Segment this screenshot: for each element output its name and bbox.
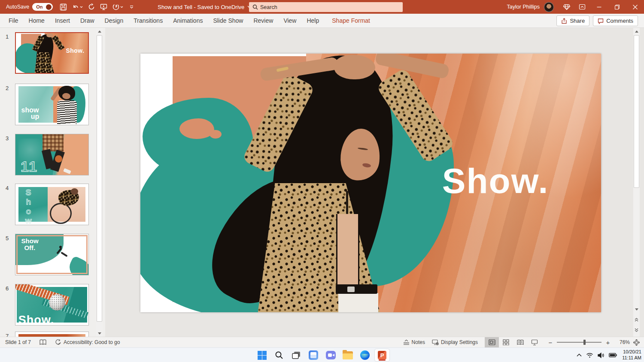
- slide-thumbnail-1[interactable]: Show.: [15, 32, 89, 74]
- slide-thumbnail-4[interactable]: Show: [15, 184, 89, 225]
- slide-thumbnail-panel: 1 Show. 2: [0, 28, 105, 337]
- ribbon-tabs: File Home Insert Draw Design Transitions…: [3, 14, 375, 27]
- display-settings-button[interactable]: Display Settings: [432, 339, 478, 345]
- figure-pants: [338, 293, 378, 312]
- slide-thumbnail-5[interactable]: Show Off.: [15, 234, 89, 275]
- thumb2-caption-up: up: [31, 113, 39, 121]
- tab-draw[interactable]: Draw: [75, 14, 100, 27]
- zoom-level[interactable]: 76%: [615, 339, 630, 345]
- customize-qat-button[interactable]: [125, 0, 138, 14]
- zoom-out-button[interactable]: −: [547, 339, 553, 346]
- slide-title-text[interactable]: Show.: [442, 161, 549, 201]
- next-slide-button[interactable]: [633, 326, 640, 333]
- avatar[interactable]: [544, 2, 554, 12]
- windows-taskbar: P 10/20/21 11:11 AM: [0, 347, 644, 362]
- zoom-in-button[interactable]: +: [605, 339, 611, 346]
- zoom-slider[interactable]: [557, 340, 601, 345]
- comment-icon: [598, 18, 604, 24]
- document-title[interactable]: Show and Tell - Saved to OneDrive: [158, 4, 251, 10]
- touch-mode-icon: [112, 3, 119, 10]
- task-view-button[interactable]: [288, 348, 305, 362]
- file-explorer-button[interactable]: [339, 348, 356, 362]
- thumbnail-scrollbar[interactable]: [96, 28, 103, 337]
- accessibility-checker-button[interactable]: Accessibility: Good to go: [55, 339, 120, 345]
- taskbar-search-button[interactable]: [270, 348, 288, 362]
- minimize-button[interactable]: [590, 0, 608, 14]
- tab-design[interactable]: Design: [100, 14, 129, 27]
- tab-review[interactable]: Review: [248, 14, 278, 27]
- slide-number: 4: [6, 185, 9, 191]
- undo-button[interactable]: [70, 0, 85, 14]
- search-input[interactable]: [260, 4, 389, 10]
- ribbon-display-options-button[interactable]: [574, 0, 590, 14]
- battery-button[interactable]: [609, 353, 617, 357]
- slide-thumbnail-7[interactable]: [15, 332, 89, 337]
- normal-view-button[interactable]: [485, 337, 499, 348]
- slide-thumbnail-2[interactable]: show up: [15, 84, 89, 125]
- scroll-down-arrow-icon[interactable]: [633, 306, 640, 313]
- previous-slide-button[interactable]: [633, 316, 640, 323]
- share-button[interactable]: Share: [556, 15, 589, 26]
- notes-button[interactable]: Notes: [403, 339, 425, 345]
- tab-home[interactable]: Home: [24, 14, 50, 27]
- tab-transitions[interactable]: Transitions: [128, 14, 168, 27]
- chat-button[interactable]: [322, 348, 339, 362]
- editing-canvas[interactable]: Show.: [105, 28, 644, 337]
- taskbar-clock[interactable]: 10/20/21 11:11 AM: [622, 349, 641, 361]
- user-name[interactable]: Taylor Phillips: [507, 4, 540, 10]
- scroll-down-arrow-icon[interactable]: [96, 330, 103, 337]
- system-tray: 10/20/21 11:11 AM: [577, 348, 641, 362]
- slide-thumbnail-3[interactable]: 11: [15, 134, 89, 175]
- tray-chevron-up-button[interactable]: [577, 353, 582, 357]
- main-scrollbar[interactable]: [633, 28, 640, 337]
- start-slideshow-button[interactable]: [97, 0, 110, 14]
- figure-belt: [336, 284, 377, 294]
- thumbnail-scrollbar-thumb[interactable]: [97, 35, 102, 322]
- main-scrollbar-thumb[interactable]: [634, 35, 639, 188]
- tab-slide-show[interactable]: Slide Show: [208, 14, 248, 27]
- tab-help[interactable]: Help: [301, 14, 324, 27]
- tab-shape-format[interactable]: Shape Format: [327, 14, 375, 27]
- battery-icon: [609, 353, 617, 357]
- tab-file[interactable]: File: [3, 14, 24, 27]
- reading-view-button[interactable]: [513, 337, 527, 348]
- spell-check-button[interactable]: [39, 339, 46, 345]
- save-button[interactable]: [57, 0, 70, 14]
- comments-label: Comments: [606, 18, 633, 24]
- wifi-button[interactable]: [586, 353, 593, 358]
- slide-number: 6: [6, 285, 9, 292]
- slide-indicator[interactable]: Slide 1 of 7: [5, 339, 31, 345]
- chevron-down-icon: [130, 6, 134, 9]
- powerpoint-taskbar-button[interactable]: P: [374, 348, 391, 362]
- figure-necklace: [346, 191, 348, 214]
- scroll-up-arrow-icon[interactable]: [633, 28, 640, 35]
- start-button[interactable]: [253, 348, 270, 362]
- thumb6-caption: Show.: [18, 314, 55, 326]
- zoom-slider-thumb[interactable]: [583, 340, 586, 345]
- thumbnail-item-1: 1 Show.: [0, 32, 105, 75]
- tab-insert[interactable]: Insert: [50, 14, 75, 27]
- close-button[interactable]: [626, 0, 644, 14]
- spellcheck-book-icon: [39, 339, 46, 345]
- volume-button[interactable]: [598, 353, 605, 358]
- title-bar: AutoSave On: [0, 0, 644, 14]
- widgets-button[interactable]: [305, 348, 322, 362]
- slide-sorter-view-button[interactable]: [499, 337, 513, 348]
- slide-1-canvas[interactable]: Show.: [140, 54, 601, 312]
- fit-slide-to-window-button[interactable]: [633, 339, 640, 346]
- redo-button[interactable]: [85, 0, 97, 14]
- premium-button[interactable]: [559, 0, 574, 14]
- accessibility-status: Accessibility: Good to go: [64, 339, 120, 345]
- undo-icon: [72, 3, 79, 10]
- autosave-toggle[interactable]: On: [32, 3, 53, 11]
- slide-thumbnail-6[interactable]: Show.: [15, 284, 89, 326]
- touch-mouse-mode-button[interactable]: [110, 0, 125, 14]
- comments-button[interactable]: Comments: [593, 15, 638, 26]
- tab-view[interactable]: View: [278, 14, 301, 27]
- scroll-up-arrow-icon[interactable]: [96, 28, 103, 35]
- tab-animations[interactable]: Animations: [168, 14, 208, 27]
- search-box[interactable]: [249, 2, 403, 12]
- restore-button[interactable]: [608, 0, 626, 14]
- edge-button[interactable]: [356, 348, 374, 362]
- slideshow-view-button[interactable]: [527, 337, 541, 348]
